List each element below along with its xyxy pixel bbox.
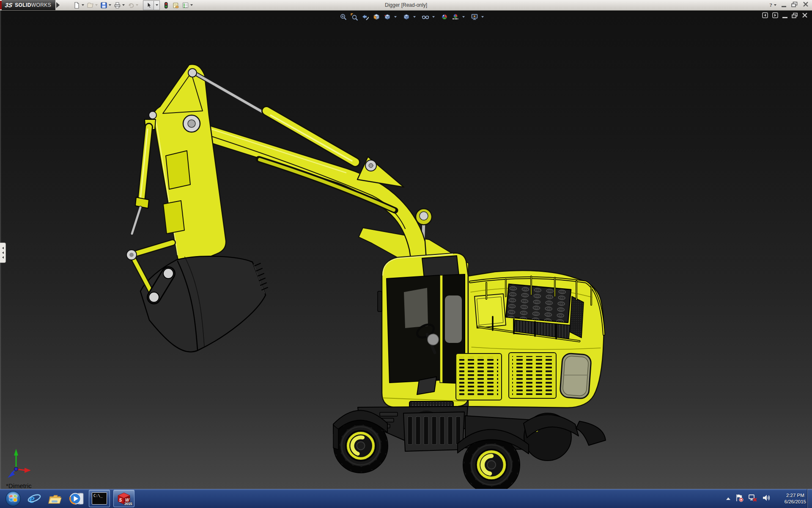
show-desktop-button[interactable] xyxy=(807,489,812,508)
view-orientation-label: *Dimetric xyxy=(6,482,32,489)
feature-tree-collapsed-tab[interactable] xyxy=(0,243,6,263)
zoom-to-area-icon[interactable] xyxy=(349,12,359,22)
apply-scene-dropdown[interactable] xyxy=(462,16,465,18)
bucket[interactable] xyxy=(140,256,268,352)
taskbar: e C:\_ xyxy=(0,489,812,508)
svg-text:e: e xyxy=(29,491,35,505)
apply-scene-icon[interactable] xyxy=(450,12,461,22)
section-view-icon[interactable] xyxy=(371,12,381,22)
solidworks-year-label: 2015 xyxy=(124,502,132,506)
svg-text:S: S xyxy=(119,498,122,502)
tray-date: 6/26/2015 xyxy=(785,499,806,505)
save-button[interactable] xyxy=(99,0,112,10)
select-tool xyxy=(143,0,160,10)
heads-up-view-toolbar xyxy=(338,11,484,22)
rebuild-button[interactable] xyxy=(161,0,171,10)
collapse-arrow-icon xyxy=(2,247,4,249)
command-prompt-taskbar-button[interactable]: C:\_ xyxy=(89,490,110,507)
excavator-model[interactable] xyxy=(126,64,606,489)
collapse-arrow-icon xyxy=(2,251,4,254)
tray-clock[interactable]: 2:27 PM 6/26/2015 xyxy=(785,489,806,508)
menu-expand-arrow[interactable] xyxy=(56,2,60,8)
document-minimize-button[interactable] xyxy=(782,17,787,18)
view-orientation-dropdown[interactable] xyxy=(394,16,397,18)
window-controls: ? xyxy=(770,0,809,10)
view-settings-dropdown[interactable] xyxy=(481,16,484,18)
undo-dropdown[interactable] xyxy=(136,4,138,6)
action-center-icon[interactable] xyxy=(735,494,743,504)
brand-works: WORKS xyxy=(31,2,51,8)
select-dropdown[interactable] xyxy=(154,0,160,10)
display-style-dropdown[interactable] xyxy=(413,16,416,18)
title-bar: 3S SOLIDWORKS xyxy=(0,0,812,11)
hide-show-items-dropdown[interactable] xyxy=(432,16,435,18)
save-dropdown[interactable] xyxy=(109,4,111,6)
edit-appearance-icon[interactable] xyxy=(439,12,450,22)
view-settings-icon[interactable] xyxy=(469,12,480,22)
new-dropdown[interactable] xyxy=(82,4,84,6)
solidworks-taskbar-button[interactable]: S W 2015 xyxy=(113,490,134,507)
help-button[interactable]: ? xyxy=(770,2,777,8)
tray-time: 2:27 PM xyxy=(786,492,804,499)
undo-button[interactable] xyxy=(126,0,140,10)
close-button[interactable] xyxy=(803,1,809,9)
network-disconnected-icon[interactable] xyxy=(748,494,757,504)
document-window-controls xyxy=(762,12,808,20)
view-orientation-icon[interactable] xyxy=(382,12,392,22)
print-button[interactable] xyxy=(112,0,126,10)
brand-mark: 3S xyxy=(5,2,13,8)
options-dropdown[interactable] xyxy=(190,4,193,6)
volume-icon[interactable] xyxy=(762,494,771,504)
hide-show-items-icon[interactable] xyxy=(420,12,431,22)
windows-explorer-icon[interactable] xyxy=(47,489,64,508)
standard-toolbar xyxy=(72,0,194,10)
file-properties-button[interactable] xyxy=(171,0,181,10)
minimize-button[interactable] xyxy=(782,6,786,7)
command-prompt-label: C:\_ xyxy=(93,494,103,498)
previous-view-icon[interactable] xyxy=(360,12,370,22)
zoom-to-fit-icon[interactable] xyxy=(338,12,348,22)
solidworks-icon: S W 2015 xyxy=(117,492,131,505)
orientation-triad[interactable] xyxy=(8,449,31,478)
model-canvas[interactable]: *Dimetric xyxy=(0,0,812,489)
solidworks-logo: 3S SOLIDWORKS xyxy=(2,0,55,10)
print-dropdown[interactable] xyxy=(122,4,125,6)
show-hidden-icons-button[interactable] xyxy=(726,497,730,500)
brand-solid: SOLID xyxy=(15,2,31,8)
media-player-icon[interactable] xyxy=(68,489,85,508)
collapse-arrow-icon xyxy=(2,256,4,259)
options-button[interactable] xyxy=(181,0,194,10)
document-close-button[interactable] xyxy=(802,12,808,20)
restore-button[interactable] xyxy=(791,1,798,9)
select-button[interactable] xyxy=(143,0,154,10)
command-prompt-icon: C:\_ xyxy=(92,492,107,505)
document-restore-button[interactable] xyxy=(792,12,798,20)
system-tray xyxy=(726,489,771,508)
expand-pane-icon[interactable] xyxy=(772,12,778,20)
taskbar-left: e C:\_ xyxy=(0,489,136,508)
boom-group[interactable] xyxy=(154,64,469,282)
display-style-icon[interactable] xyxy=(401,12,411,22)
open-dropdown[interactable] xyxy=(95,4,98,6)
open-button[interactable] xyxy=(85,0,99,10)
new-button[interactable] xyxy=(72,0,85,10)
start-button[interactable] xyxy=(4,489,22,508)
cab[interactable] xyxy=(378,253,468,408)
collapse-pane-icon[interactable] xyxy=(762,12,768,20)
internet-explorer-icon[interactable]: e xyxy=(25,489,43,508)
